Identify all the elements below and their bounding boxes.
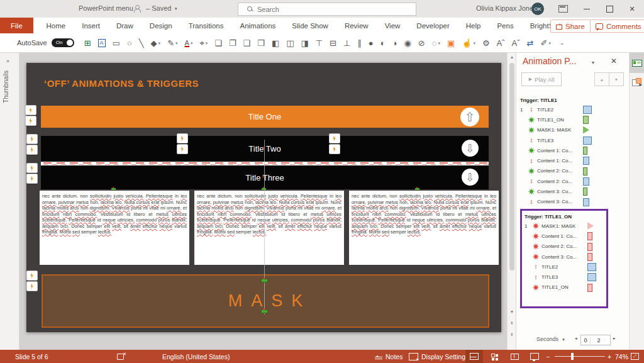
align-left-icon[interactable]: ◧ bbox=[272, 39, 279, 47]
line-icon[interactable]: ╲ bbox=[139, 39, 144, 47]
dropdown-icon[interactable]: ▾ bbox=[473, 41, 475, 45]
send-backward-icon[interactable]: ❑ bbox=[243, 39, 251, 47]
slideshow-button[interactable] bbox=[526, 350, 543, 363]
content-column-3[interactable]: nec ante dictum, non sollicitudin justo … bbox=[349, 191, 499, 265]
pane-close-icon[interactable]: ✕ bbox=[611, 57, 617, 65]
down-arrow-icon[interactable]: ⇩ bbox=[462, 169, 479, 186]
tab-review[interactable]: Review bbox=[336, 18, 377, 33]
tab-animations[interactable]: Animations bbox=[231, 18, 284, 33]
reading-view-button[interactable] bbox=[506, 350, 523, 363]
move-earlier-button[interactable]: ▲ bbox=[594, 72, 609, 86]
motion-path-line[interactable] bbox=[264, 140, 265, 315]
timeline-ruler[interactable]: 0 · 2 · bbox=[580, 335, 611, 345]
slide-canvas[interactable]: ‘OFF’ ANIMATIONS & TRIGGERS Title One ⇧ … bbox=[26, 63, 501, 332]
align-bottom-icon[interactable]: ⊥ bbox=[343, 39, 350, 47]
notes-button[interactable]: Notes bbox=[375, 350, 402, 363]
animation-item[interactable]: Content 3: Co... bbox=[520, 186, 627, 196]
fit-slide-button[interactable]: ⤢ bbox=[631, 350, 639, 363]
align-right-icon[interactable]: ◨ bbox=[301, 39, 308, 47]
animation-pane-addin-icon[interactable] bbox=[630, 53, 644, 73]
animation-item[interactable]: Content 2: Co... bbox=[520, 166, 627, 176]
trigger-tag[interactable] bbox=[329, 133, 340, 143]
settings-gear-icon[interactable]: ⚙ bbox=[482, 39, 490, 47]
replace-icon[interactable]: ⇄ bbox=[527, 39, 534, 47]
close-button[interactable]: ✕ bbox=[621, 0, 643, 18]
timeline-scroll-right-icon[interactable]: ▸ bbox=[613, 336, 616, 341]
align-center-icon[interactable]: ◫ bbox=[286, 39, 294, 47]
title-one-shape[interactable]: Title One bbox=[41, 106, 489, 128]
zoom-in-button[interactable]: + bbox=[608, 350, 611, 363]
content-column-1[interactable]: nec ante dictum, non sollicitudin justo … bbox=[40, 191, 189, 265]
display-settings-button[interactable]: Display Settings bbox=[409, 350, 469, 363]
trigger-tag[interactable] bbox=[26, 174, 38, 184]
minimize-button[interactable] bbox=[576, 0, 597, 18]
rectangle-icon[interactable]: ▭ bbox=[113, 39, 120, 47]
autosave-toggle[interactable]: On bbox=[52, 38, 74, 47]
thumbnails-strip[interactable]: » Thumbnails bbox=[0, 53, 19, 350]
zoom-slider[interactable] bbox=[555, 350, 605, 363]
tab-design[interactable]: Design bbox=[142, 18, 180, 33]
next-slide-icon[interactable]: ⇟ bbox=[508, 332, 516, 337]
zoom-level[interactable]: 74% bbox=[615, 350, 628, 363]
previous-slide-icon[interactable]: ⇞ bbox=[508, 321, 516, 326]
animation-item[interactable]: ↕TITLE3 bbox=[520, 135, 627, 145]
trigger-tag[interactable] bbox=[177, 133, 188, 143]
animation-item[interactable]: ↕TITLE2 bbox=[525, 262, 606, 272]
trigger-tag[interactable] bbox=[25, 116, 36, 126]
timeline-scroll-left-icon[interactable]: ◂ bbox=[575, 336, 577, 341]
text-box-icon[interactable]: A bbox=[98, 39, 106, 47]
animation-item[interactable]: ↕TITLE3 bbox=[525, 272, 606, 282]
seconds-dropdown[interactable]: Seconds bbox=[536, 336, 558, 342]
align-top-icon[interactable]: ⊤ bbox=[316, 39, 323, 47]
scroll-thumb[interactable] bbox=[509, 63, 514, 271]
merge-combine-icon[interactable]: ◐ bbox=[380, 39, 386, 47]
trigger-tag[interactable] bbox=[26, 163, 38, 173]
merge-intersect-icon[interactable]: ◉ bbox=[404, 39, 411, 47]
slide-heading[interactable]: ‘OFF’ ANIMATIONS & TRIGGERS bbox=[44, 78, 199, 89]
move-later-button[interactable]: ▼ bbox=[609, 72, 624, 86]
trigger-tag[interactable] bbox=[26, 145, 38, 155]
tab-developer[interactable]: Developer bbox=[408, 18, 457, 33]
tab-home[interactable]: Home bbox=[38, 18, 74, 33]
selection-addin-icon[interactable]: ▸ bbox=[632, 78, 641, 86]
dropdown-icon[interactable]: ▾ bbox=[191, 41, 193, 45]
animation-item[interactable]: 1↕TITLE2 bbox=[520, 104, 627, 114]
play-all-button[interactable]: ▶ Play All bbox=[521, 72, 562, 86]
reuse-slides-icon[interactable]: ⊞ bbox=[84, 39, 91, 47]
arrange-icon[interactable]: ⌖▾ bbox=[199, 39, 208, 47]
animation-item[interactable]: ↕Content 1: Co... bbox=[520, 155, 627, 165]
tab-pens[interactable]: Pens bbox=[489, 18, 521, 33]
grow-font-icon[interactable]: Aˆ bbox=[497, 39, 505, 47]
font-color-icon[interactable]: A▾ bbox=[185, 40, 193, 47]
animation-item[interactable]: Content 1: Co... bbox=[525, 231, 606, 241]
trigger-tag[interactable] bbox=[26, 281, 38, 291]
content-column-2[interactable]: nec ante dictum, non sollicitudin justo … bbox=[194, 191, 344, 265]
dropdown-icon[interactable]: ▾ bbox=[548, 41, 551, 45]
merge-subtract-icon[interactable]: ◑ bbox=[392, 39, 397, 47]
bring-forward-icon[interactable]: ❐ bbox=[229, 39, 236, 47]
animation-item[interactable]: Content 3: Co... bbox=[525, 252, 606, 262]
search-input[interactable]: Search bbox=[238, 3, 416, 16]
seconds-dropdown-icon[interactable]: ▼ bbox=[562, 338, 565, 342]
tab-draw[interactable]: Draw bbox=[108, 18, 142, 33]
trigger-tag[interactable] bbox=[25, 105, 36, 115]
zoom-out-button[interactable]: − bbox=[546, 350, 550, 363]
lasso-select-icon[interactable]: ◌▾ bbox=[432, 39, 440, 47]
pane-menu-icon[interactable]: ▾ bbox=[592, 60, 594, 65]
normal-view-button[interactable] bbox=[465, 350, 483, 363]
distribute-horizontal-icon[interactable]: ∥ bbox=[357, 39, 362, 47]
trigger-tag[interactable] bbox=[329, 144, 340, 154]
trigger-tag[interactable] bbox=[26, 134, 38, 144]
group-icon[interactable]: ❒ bbox=[257, 39, 265, 47]
trigger-tag[interactable] bbox=[177, 144, 188, 154]
animation-item[interactable]: ↕Content 2: Co... bbox=[520, 176, 627, 186]
tab-insert[interactable]: Insert bbox=[74, 18, 108, 33]
merge-fragment-icon[interactable]: ⊘ bbox=[418, 39, 425, 47]
down-arrow-icon[interactable]: ⇩ bbox=[462, 140, 479, 157]
animation-item[interactable]: 1MASK1: MASK bbox=[525, 221, 606, 231]
tab-help[interactable]: Help bbox=[458, 18, 489, 33]
animation-item[interactable]: ↕Content 3: Co... bbox=[520, 197, 627, 207]
oval-icon[interactable]: ○ bbox=[127, 39, 132, 47]
ribbon-display-options-icon[interactable] bbox=[558, 5, 568, 13]
animation-item[interactable]: TITLE1_ON bbox=[525, 282, 606, 293]
